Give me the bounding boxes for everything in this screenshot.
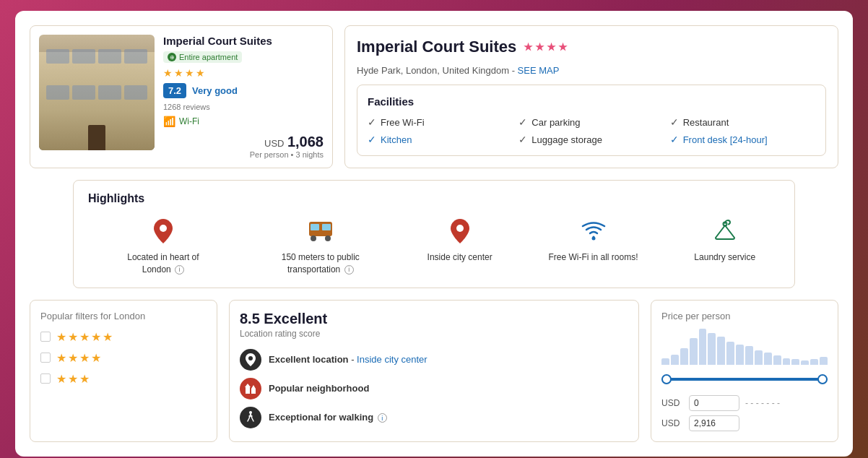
- check-icon-2: ✓: [518, 116, 527, 128]
- filter-star-3: ★: [79, 330, 90, 344]
- hotel-location: Hyde Park, London, United Kingdom - SEE …: [357, 65, 826, 76]
- facility-free-wifi: ✓ Free Wi-Fi: [368, 116, 513, 128]
- filter-stars-5: ★ ★ ★ ★ ★: [56, 330, 113, 344]
- hotel-card: Imperial Court Suites ⊕ Entire apartment…: [30, 25, 333, 168]
- filter-star-3-1: ★: [56, 372, 66, 386]
- highlight-text-5: Laundry service: [694, 251, 755, 264]
- hotel-type-label: Entire apartment: [179, 53, 238, 61]
- svg-point-4: [311, 236, 316, 241]
- price-min-input[interactable]: [689, 395, 739, 411]
- see-map-link[interactable]: SEE MAP: [518, 65, 560, 76]
- facilities-card: Facilities ✓ Free Wi-Fi ✓ Car parking ✓ …: [357, 85, 826, 156]
- slider-handle-min[interactable]: [661, 374, 672, 384]
- histogram-bar: [671, 355, 679, 365]
- wifi-row: 📶 Wi-Fi: [163, 116, 324, 127]
- facility-name-3: Restaurant: [683, 117, 729, 128]
- check-icon-6: ✓: [670, 134, 679, 145]
- histogram-bar: [820, 357, 828, 365]
- highlight-text-3: Inside city center: [428, 251, 492, 264]
- filter-row-4stars: ★ ★ ★ ★: [40, 351, 207, 365]
- histogram-bar: [717, 337, 725, 364]
- hotel-type-badge: ⊕ Entire apartment: [163, 51, 242, 63]
- highlight-transport: 150 meters to public transportation i: [270, 217, 371, 276]
- highlight-location-heart: Located in heart of London i: [113, 217, 214, 276]
- filter-star-4: ★: [91, 330, 101, 344]
- facility-kitchen: ✓ Kitchen: [368, 134, 513, 145]
- hotel-detail-name: Imperial Court Suites ★ ★ ★ ★: [357, 38, 826, 56]
- histogram-bar: [745, 346, 753, 364]
- star-2: ★: [174, 67, 183, 79]
- location-score: 8.5 Excellent: [240, 311, 628, 327]
- highlight-laundry: Laundry service: [694, 217, 755, 264]
- neighborhood-icon: [240, 378, 261, 399]
- min-currency: USD: [661, 398, 683, 408]
- wifi-label: Wi-Fi: [179, 116, 199, 126]
- detail-star-1: ★: [524, 41, 533, 53]
- highlight-text-2: 150 meters to public transportation i: [270, 251, 371, 276]
- hotel-name: Imperial Court Suites: [163, 35, 324, 47]
- svg-point-7: [591, 237, 595, 241]
- star-1: ★: [163, 67, 173, 79]
- histogram-bar: [708, 333, 716, 365]
- bottom-section: Popular filters for London ★ ★ ★ ★ ★ ★ ★…: [30, 300, 838, 442]
- location-text: Hyde Park, London, United Kingdom: [357, 65, 509, 76]
- max-currency: USD: [661, 418, 683, 428]
- price-dashes: - - - - - - -: [745, 398, 780, 408]
- svg-rect-12: [251, 389, 256, 394]
- hanger-icon: [712, 217, 738, 246]
- filter-checkbox-3stars[interactable]: [40, 373, 51, 384]
- filter-star-3-3: ★: [79, 372, 90, 386]
- filter-star-4-3: ★: [79, 351, 90, 365]
- filter-stars-4: ★ ★ ★ ★: [56, 351, 101, 365]
- highlights-grid: Located in heart of London i 150 meters …: [88, 217, 780, 276]
- price-slider[interactable]: [661, 372, 828, 386]
- pin-icon-1: [153, 217, 173, 246]
- check-icon-1: ✓: [368, 116, 376, 128]
- histogram-bar: [680, 348, 688, 365]
- histogram-bar: [801, 360, 809, 364]
- main-container: Imperial Court Suites ⊕ Entire apartment…: [15, 11, 853, 457]
- filter-star-1: ★: [56, 330, 66, 344]
- detail-star-3: ★: [547, 41, 556, 53]
- facility-name-6[interactable]: Front desk [24-hour]: [683, 134, 768, 145]
- filter-checkbox-5stars[interactable]: [40, 332, 51, 342]
- histogram-bar: [764, 353, 772, 364]
- histogram-bar: [755, 350, 763, 365]
- location-text-neighborhood: Popular neighborhood: [269, 383, 369, 394]
- svg-rect-3: [322, 224, 331, 230]
- svg-rect-2: [311, 224, 319, 230]
- building-windows: [46, 49, 147, 100]
- price-section: USD 1,068 Per person • 3 nights: [163, 134, 324, 159]
- svg-rect-10: [246, 387, 250, 394]
- filter-star-2: ★: [68, 330, 78, 344]
- facility-name-1: Free Wi-Fi: [381, 117, 425, 128]
- price-label: Per person • 3 nights: [163, 150, 324, 159]
- location-items: Excellent location - Inside city center: [240, 349, 628, 428]
- filter-checkbox-4stars[interactable]: [40, 353, 51, 363]
- apartment-icon: ⊕: [168, 53, 176, 61]
- check-icon-3: ✓: [670, 116, 679, 128]
- location-pin-icon: [240, 349, 261, 371]
- svg-point-0: [160, 225, 167, 232]
- slider-handle-max[interactable]: [817, 374, 828, 384]
- hotel-info: Imperial Court Suites ⊕ Entire apartment…: [163, 35, 324, 159]
- highlights-title: Highlights: [88, 192, 780, 205]
- location-text-walking: Exceptional for walking i: [269, 412, 387, 423]
- star-4: ★: [196, 67, 205, 79]
- svg-point-9: [248, 356, 253, 360]
- location-item-excellent: Excellent location - Inside city center: [240, 349, 628, 371]
- price-inputs: USD - - - - - - - USD: [661, 395, 828, 431]
- city-center-link[interactable]: Inside city center: [357, 354, 428, 365]
- location-text-excellent: Excellent location - Inside city center: [269, 354, 428, 365]
- svg-marker-13: [251, 385, 256, 389]
- price-currency: USD: [264, 138, 284, 149]
- facility-name-4[interactable]: Kitchen: [381, 134, 412, 145]
- highlight-text-1: Located in heart of London i: [113, 251, 214, 276]
- pin-icon-2: [450, 217, 470, 246]
- rating-label: Very good: [192, 85, 238, 96]
- detail-star-4: ★: [558, 41, 568, 53]
- facility-name-2: Car parking: [531, 117, 580, 128]
- histogram-bar: [810, 359, 818, 364]
- price-max-input[interactable]: [689, 415, 739, 431]
- facilities-grid: ✓ Free Wi-Fi ✓ Car parking ✓ Restaurant …: [368, 116, 815, 145]
